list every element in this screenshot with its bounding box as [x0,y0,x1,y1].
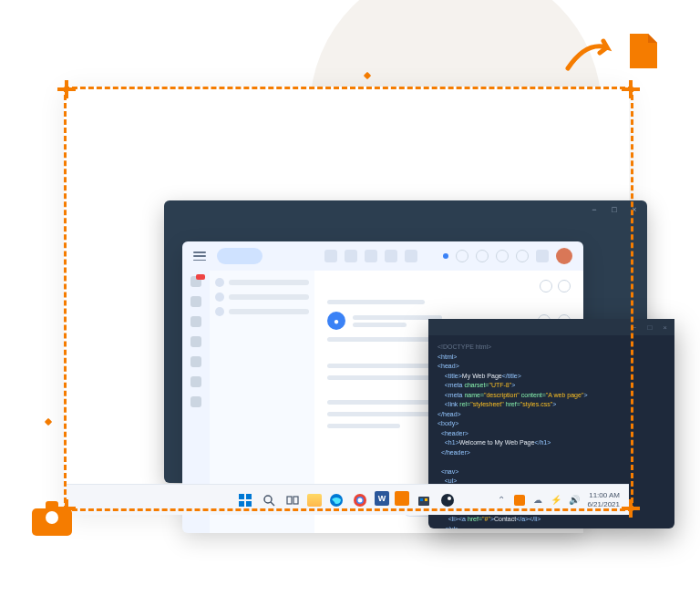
rail-icon[interactable] [190,356,201,367]
share-arrow-icon [563,36,618,73]
help-icon[interactable] [516,250,529,262]
list-item[interactable] [215,292,309,302]
chevron-up-icon[interactable]: ⌃ [496,495,507,506]
edge-icon[interactable] [327,491,345,509]
store-icon[interactable] [415,491,433,509]
desktop-screen: − □ × [64,87,629,515]
close-button[interactable]: × [631,206,638,213]
cloud-icon[interactable]: ☁ [532,495,543,506]
svg-point-11 [358,498,363,502]
svg-rect-7 [293,497,298,504]
sender-avatar: ● [327,312,345,330]
maximize-button[interactable]: □ [611,206,618,213]
time-label: 11:00 AM [587,491,620,500]
chrome-icon[interactable] [351,491,369,509]
svg-rect-3 [246,501,252,507]
list-item[interactable] [215,278,309,287]
svg-rect-6 [287,497,292,504]
toolbar-icon[interactable] [345,250,357,262]
mail-rail-icon[interactable] [190,276,201,287]
toolbar-icon[interactable] [405,250,417,262]
toolbar-icon[interactable] [324,250,337,262]
toolbar-icon[interactable] [476,250,489,262]
app-icon[interactable] [395,491,409,506]
action-icon[interactable] [558,280,571,292]
date-label: 6/21/2021 [587,500,620,509]
toolbar-icon[interactable] [456,250,468,262]
menu-icon[interactable] [193,251,206,261]
minimize-button[interactable]: − [633,323,637,332]
user-avatar[interactable] [556,248,572,264]
close-button[interactable]: × [663,323,667,332]
meet-rail-icon[interactable] [190,316,201,327]
rail-icon[interactable] [190,376,201,387]
notification-dot-icon[interactable] [443,253,448,259]
explorer-icon[interactable] [307,494,322,507]
wifi-icon[interactable]: ⚡ [551,495,561,506]
search-icon[interactable] [260,491,278,509]
rail-icon[interactable] [190,336,201,347]
clock[interactable]: 11:00 AM 6/21/2021 [587,491,620,508]
word-icon[interactable]: W [375,491,389,506]
svg-rect-2 [239,501,244,507]
steam-icon[interactable] [438,491,457,509]
toolbar-icon[interactable] [385,250,397,262]
svg-line-5 [271,502,274,506]
taskbar: W ⌃ ☁ ⚡ 🔊 11:00 AM 6/21/2021 [64,484,629,515]
svg-point-16 [448,497,451,500]
apps-icon[interactable] [536,250,549,262]
camera-icon[interactable] [32,501,72,536]
svg-rect-0 [239,494,244,499]
svg-point-15 [441,494,454,507]
minimize-button[interactable]: − [591,206,598,213]
task-view-icon[interactable] [283,491,302,509]
compose-button[interactable] [217,248,262,264]
svg-rect-12 [418,497,429,506]
svg-rect-13 [420,498,423,501]
svg-point-4 [264,496,272,503]
start-button[interactable] [236,491,254,509]
tray-app-icon[interactable] [514,495,525,506]
action-icon[interactable] [540,280,552,292]
svg-rect-1 [246,494,252,499]
settings-icon[interactable] [496,250,509,262]
list-item[interactable] [215,307,309,316]
file-icon[interactable] [628,32,659,74]
maximize-button[interactable]: □ [647,323,652,332]
chat-rail-icon[interactable] [190,296,201,307]
rail-icon[interactable] [190,396,201,407]
volume-icon[interactable]: 🔊 [569,495,580,506]
svg-rect-14 [425,498,427,501]
toolbar-icon[interactable] [365,250,377,262]
